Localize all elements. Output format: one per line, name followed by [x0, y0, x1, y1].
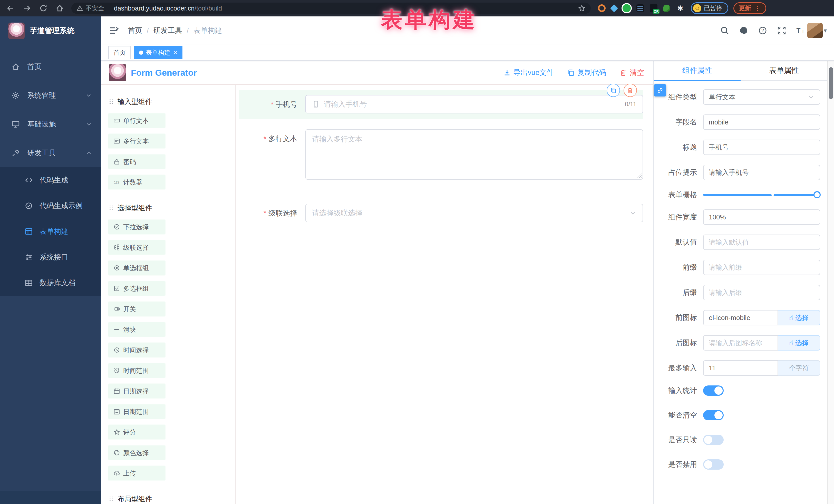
- builder-action-label: 清空: [630, 68, 644, 78]
- prop-row-5: 组件宽度100%: [654, 210, 820, 225]
- page-scrollbar[interactable]: [827, 61, 834, 504]
- example-icon: [25, 202, 33, 210]
- prop-input[interactable]: 请输入后缀: [703, 285, 820, 300]
- breadcrumb-item-0[interactable]: 首页: [128, 26, 142, 36]
- form-canvas[interactable]: *手机号 请输入手机号 0/11: [236, 85, 653, 504]
- blue-gem-icon[interactable]: [610, 4, 618, 12]
- sidebar-subitem-2[interactable]: 表单构建: [0, 219, 101, 244]
- tag-1[interactable]: 表单构建×: [134, 46, 182, 59]
- toggle-14[interactable]: [703, 435, 724, 445]
- mobile-input[interactable]: 请输入手机号 0/11: [305, 95, 643, 113]
- sidebar-subitem-4[interactable]: 数据库文档: [0, 270, 101, 295]
- toggle-13[interactable]: [703, 410, 724, 420]
- breadcrumb-item-1[interactable]: 研发工具: [153, 26, 182, 36]
- sidebar-collapse-bar[interactable]: [0, 491, 101, 504]
- delete-field-button[interactable]: [623, 84, 637, 97]
- palette-item-color[interactable]: 颜色选择: [108, 445, 166, 460]
- choose-icon-button[interactable]: ☝选择: [778, 335, 820, 351]
- builder-action-1[interactable]: 复制代码: [567, 68, 606, 78]
- palette-item-cascader[interactable]: 级联选择: [108, 240, 166, 255]
- choose-icon-button[interactable]: ☝选择: [778, 310, 820, 325]
- search-icon[interactable]: [720, 26, 729, 35]
- canvas-field-textarea[interactable]: *多行文本 请输入多行文本: [239, 124, 643, 185]
- close-icon[interactable]: ×: [174, 49, 177, 56]
- toggle-15[interactable]: [703, 459, 724, 469]
- orange-ring-icon[interactable]: [598, 4, 606, 12]
- link-icon[interactable]: [654, 84, 666, 96]
- palette-item-textarea[interactable]: 多行文本: [108, 133, 166, 149]
- sidebar-subitem-1[interactable]: 代码生成示例: [0, 193, 101, 219]
- sidebar-item-2[interactable]: 基础设施: [0, 110, 101, 138]
- collapse-menu-icon[interactable]: [109, 26, 118, 36]
- prop-control: mobile: [703, 114, 820, 130]
- sidebar-subitem-3[interactable]: 系统接口: [0, 244, 101, 270]
- browser-update-button[interactable]: 更新 ⋮: [733, 2, 766, 14]
- palette-item-radio[interactable]: 单选框组: [108, 260, 166, 276]
- prop-input[interactable]: el-icon-mobile: [703, 310, 778, 325]
- address-bar[interactable]: 不安全 dashboard.yudao.iocoder.cn/tool/buil…: [71, 3, 591, 14]
- qr-code-icon[interactable]: QR: [650, 4, 657, 12]
- sidebar-item-3[interactable]: 研发工具: [0, 138, 101, 167]
- sidebar-item-0[interactable]: 首页: [0, 52, 101, 81]
- user-avatar[interactable]: [807, 23, 823, 38]
- palette-item-counter[interactable]: 123计数器: [108, 175, 166, 190]
- app-logo-row[interactable]: 芋道管理系统: [0, 17, 101, 45]
- palette-item-time-range[interactable]: 时间范围: [108, 363, 166, 378]
- slider-handle[interactable]: [813, 191, 821, 198]
- prop-select-value: 单行文本: [709, 93, 736, 102]
- builder-action-0[interactable]: 导出vue文件: [503, 68, 554, 78]
- prop-select[interactable]: 单行文本: [703, 89, 820, 105]
- forward-icon[interactable]: [23, 4, 31, 13]
- cascader-input[interactable]: 请选择级联选择: [305, 204, 643, 222]
- builder-action-2[interactable]: 清空: [619, 68, 644, 78]
- palette-item-date-range[interactable]: 日期范围: [108, 404, 166, 419]
- tab-form-props[interactable]: 表单属性: [741, 61, 827, 80]
- github-icon[interactable]: [739, 26, 748, 35]
- prop-input[interactable]: mobile: [703, 114, 820, 130]
- palette-item-date[interactable]: 日期选择: [108, 384, 166, 399]
- bookmark-star-icon[interactable]: [578, 4, 586, 12]
- back-icon[interactable]: [6, 4, 15, 13]
- profile-paused-chip[interactable]: ☺ 已暂停: [691, 2, 728, 14]
- green-plant-icon[interactable]: [663, 5, 670, 12]
- home-icon[interactable]: [56, 4, 64, 13]
- prop-input[interactable]: 11: [703, 360, 778, 376]
- avatar-caret-icon[interactable]: ▾: [824, 27, 827, 34]
- help-icon[interactable]: ?: [758, 26, 767, 35]
- sidebar-subitem-0[interactable]: 代码生成: [0, 167, 101, 193]
- prop-input[interactable]: 请输入手机号: [703, 165, 820, 180]
- grid-span-slider[interactable]: [703, 194, 817, 196]
- palette-item-select[interactable]: 下拉选择: [108, 219, 166, 235]
- textarea-input[interactable]: 请输入多行文本: [305, 129, 643, 180]
- palette-item-input[interactable]: 单行文本: [108, 113, 166, 128]
- palette-item-upload[interactable]: 上传: [108, 465, 166, 481]
- palette-item-password[interactable]: 密码: [108, 154, 166, 169]
- font-size-icon[interactable]: TT: [796, 26, 805, 35]
- palette-section-label: 输入型组件: [117, 97, 152, 106]
- fullscreen-icon[interactable]: [777, 26, 786, 35]
- canvas-field-cascader[interactable]: *级联选择 请选择级联选择: [239, 199, 643, 228]
- prop-input[interactable]: 手机号: [703, 139, 820, 155]
- palette-item-rate[interactable]: 评分: [108, 424, 166, 440]
- dark-sliders-icon[interactable]: [636, 4, 644, 12]
- palette-item-switch[interactable]: 开关: [108, 301, 166, 317]
- palette-item-checkbox[interactable]: 多选框组: [108, 281, 166, 296]
- prop-input[interactable]: 100%: [703, 210, 820, 225]
- security-label[interactable]: 不安全: [86, 4, 104, 12]
- tab-component-props[interactable]: 组件属性: [654, 61, 741, 80]
- palette-item-time[interactable]: 时间选择: [108, 342, 166, 358]
- prop-input[interactable]: 请输入默认值: [703, 235, 820, 250]
- tag-0[interactable]: 首页: [108, 46, 131, 59]
- palette-item-slider[interactable]: 滑块: [108, 322, 166, 337]
- scrollbar-thumb[interactable]: [829, 67, 833, 99]
- sidebar-item-1[interactable]: 系统管理: [0, 81, 101, 110]
- duplicate-field-button[interactable]: [607, 84, 620, 97]
- white-flower-icon[interactable]: ✱: [676, 4, 685, 13]
- prop-row-4: 表单栅格: [654, 190, 820, 200]
- toggle-12[interactable]: [703, 386, 724, 396]
- prop-input[interactable]: 请输入后图标名称: [703, 335, 778, 351]
- reload-icon[interactable]: [39, 4, 48, 13]
- canvas-field-mobile[interactable]: *手机号 请输入手机号 0/11: [239, 90, 643, 119]
- green-circle-icon[interactable]: [622, 4, 631, 12]
- prop-input[interactable]: 请输入前缀: [703, 260, 820, 275]
